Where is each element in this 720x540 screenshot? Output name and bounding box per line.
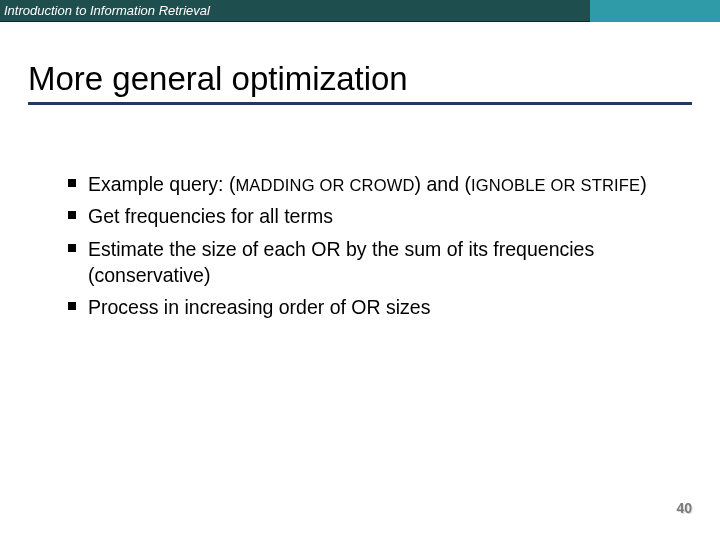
page-number: 40 (676, 500, 692, 516)
bullet-text-post: ) (640, 173, 647, 195)
header-text: Introduction to Information Retrieval (4, 3, 210, 18)
bullet-item: Get frequencies for all terms (68, 203, 680, 229)
bullet-item: Example query: (MADDING OR CROWD) and (I… (68, 171, 680, 197)
header-right (590, 0, 720, 22)
bullet-list: Example query: (MADDING OR CROWD) and (I… (68, 171, 680, 321)
bullet-smallcaps: MADDING OR CROWD (235, 176, 414, 194)
bullet-text: Estimate the size of each OR by the sum … (88, 238, 594, 286)
bullet-text: Get frequencies for all terms (88, 205, 333, 227)
header-left: Introduction to Information Retrieval (0, 0, 590, 22)
header-bar: Introduction to Information Retrieval (0, 0, 720, 22)
bullet-text-mid: ) and ( (415, 173, 471, 195)
bullet-item: Estimate the size of each OR by the sum … (68, 236, 680, 289)
bullet-text: Process in increasing order of OR sizes (88, 296, 430, 318)
bullet-item: Process in increasing order of OR sizes (68, 294, 680, 320)
title-area: More general optimization (0, 22, 720, 115)
bullet-text-pre: Example query: ( (88, 173, 235, 195)
title-underline (28, 102, 692, 105)
content: Example query: (MADDING OR CROWD) and (I… (0, 115, 720, 321)
bullet-smallcaps: IGNOBLE OR STRIFE (471, 176, 640, 194)
slide-title: More general optimization (28, 60, 692, 98)
